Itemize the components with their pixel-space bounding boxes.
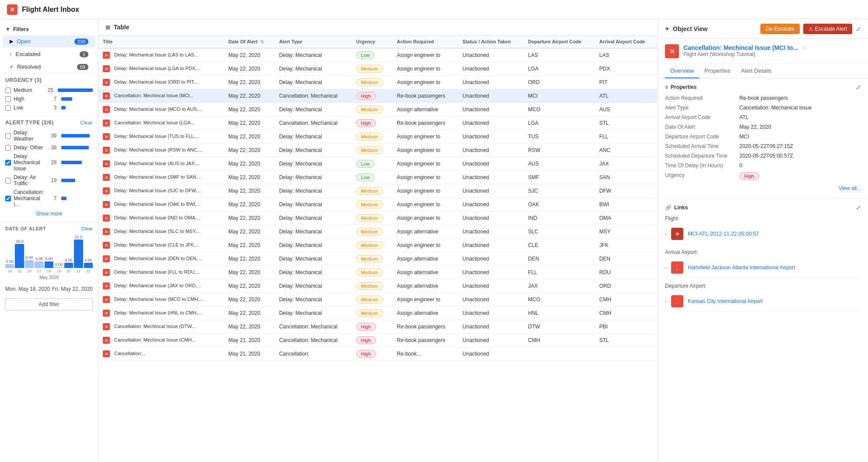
table-row[interactable]: ✕ Delay: Mechanical Issue (DEN to DEN,..…: [98, 252, 658, 266]
cell-status: Unactioned: [458, 157, 524, 171]
alert-type-filter-title: ALERT TYPE (2/6) Clear: [5, 120, 93, 126]
col-dep[interactable]: Departure Airport Code: [524, 35, 595, 48]
alerttype-weather-checkbox[interactable]: [5, 133, 11, 139]
col-date[interactable]: Date Of Alert ⇅: [224, 35, 275, 48]
table-header-row: Title Date Of Alert ⇅ Alert Type Urgency…: [98, 35, 658, 48]
cell-title: ✕ Delay: Mechanical Issue (DEN to DEN,..…: [98, 252, 224, 266]
table-row[interactable]: ✕ Delay: Mechanical Issue (MCO to AUS,..…: [98, 103, 658, 116]
col-arr[interactable]: Arrival Airport Code: [595, 35, 658, 48]
urgency-low-checkbox[interactable]: [5, 105, 11, 111]
filters-header: ▼ Filters: [0, 24, 98, 35]
date-filter-clear[interactable]: Clear: [81, 226, 93, 231]
table-row[interactable]: ✕ Delay: Mechanical Issue (SJC to DFW,..…: [98, 184, 658, 198]
row-error-icon: ✕: [103, 120, 110, 127]
table-row[interactable]: ✕ Delay: Mechanical Issue (SMF to SAN,..…: [98, 171, 658, 184]
alerttype-airtraffic-filter[interactable]: Delay: Air Traffic 19: [5, 173, 93, 188]
tab-overview[interactable]: Overview: [665, 64, 699, 78]
table-row[interactable]: ✕ Delay: Mechanical Issue (FLL to RDU,..…: [98, 266, 658, 279]
col-action[interactable]: Action Required: [392, 35, 458, 48]
col-urgency[interactable]: Urgency: [352, 35, 392, 48]
arrival-airport-link-item[interactable]: › 📍 Hartsfield Jackson Atlanta Internati…: [665, 258, 861, 278]
cell-date: May 22, 2020: [224, 48, 275, 62]
sidebar: ▼ Filters ▶ Open 230 ↑ Escalated 1 ✓ Res…: [0, 19, 98, 462]
table-row[interactable]: ✕ Delay: Mechanical Issue (ORD to PIT,..…: [98, 76, 658, 89]
show-more[interactable]: Show more: [5, 209, 93, 219]
alerttype-cancellation-checkbox[interactable]: [5, 196, 11, 201]
tab-properties[interactable]: Properties: [699, 64, 735, 78]
urgency-medium-filter[interactable]: Medium 25: [5, 86, 93, 95]
sidebar-item-resolved[interactable]: ✓ Resolved 69: [3, 61, 95, 73]
alerttype-airtraffic-checkbox[interactable]: [5, 178, 11, 183]
cell-arr: STL: [595, 334, 658, 347]
row-error-icon: ✕: [103, 350, 110, 357]
table-panel-header: ▦ Table: [98, 19, 658, 35]
alert-type-clear[interactable]: Clear: [80, 120, 93, 125]
links-expand-icon[interactable]: ⤢: [856, 204, 861, 211]
table-row[interactable]: ✕ Cancellation:... May 21, 2020 Cancella…: [98, 347, 658, 361]
cell-alert-type: Delay: Mechanical: [275, 225, 352, 239]
departure-airport-link-item[interactable]: › 📍 Kansas City International Airport: [665, 292, 861, 311]
urgency-medium-checkbox[interactable]: [5, 88, 11, 93]
cell-status: Unactioned: [458, 184, 524, 198]
record-star-icon[interactable]: ☆: [802, 45, 807, 51]
cell-title: ✕ Cancellation: Mechincal Issue (DTW...: [98, 320, 224, 334]
urgency-high-filter[interactable]: High 7: [5, 95, 93, 103]
departure-airport-link-text[interactable]: Kansas City International Airport: [688, 298, 763, 304]
urgency-high-checkbox[interactable]: [5, 96, 11, 102]
view-all-link[interactable]: View all...: [665, 183, 861, 193]
table-row[interactable]: ✕ Delay: Mechanical Issue (RSW to ANC,..…: [98, 144, 658, 157]
cell-dep: ORD: [524, 76, 595, 89]
sidebar-item-escalated-label: Escalated: [16, 51, 41, 57]
sidebar-item-escalated[interactable]: ↑ Escalated 1: [3, 48, 95, 60]
cell-urgency: Medium: [352, 76, 392, 89]
record-title[interactable]: Cancellation: Mechincal Issue (MCI to...: [683, 44, 798, 51]
urgency-low-filter[interactable]: Low 3: [5, 103, 93, 112]
cell-action: Assign alternative: [392, 225, 458, 239]
cell-dep: LAS: [524, 48, 595, 62]
alerttype-other-filter[interactable]: Delay: Other 38: [5, 143, 93, 152]
de-escalate-button[interactable]: De-Escalate: [760, 24, 799, 34]
table-row[interactable]: ✕ Delay: Mechanical Issue (HNL to CMH,..…: [98, 307, 658, 320]
alerttype-cancellation-filter[interactable]: Cancellation: Mechanical I... 7: [5, 188, 93, 209]
col-alert-type[interactable]: Alert Type: [275, 35, 352, 48]
cell-urgency: Medium: [352, 198, 392, 212]
table-row[interactable]: ✕ Cancellation: Mechincal Issue (CMH... …: [98, 334, 658, 347]
table-wrapper[interactable]: Title Date Of Alert ⇅ Alert Type Urgency…: [98, 35, 658, 462]
alerttype-mechanical-filter[interactable]: Delay: Mechanical Issue 28: [5, 152, 93, 173]
alerttype-other-checkbox[interactable]: [5, 145, 11, 151]
table-row[interactable]: ✕ Cancellation: Mechincal Issue (LGA... …: [98, 116, 658, 130]
col-status[interactable]: Status / Action Taken: [458, 35, 524, 48]
table-row[interactable]: ✕ Delay: Mechanical Issue (JAX to ORD,..…: [98, 279, 658, 293]
flight-link-item[interactable]: › ✈ MCI-ATL-2012-11-22 05:00:57: [665, 224, 861, 244]
tab-alert-details[interactable]: Alert Details: [735, 64, 777, 78]
cell-urgency: Low: [352, 48, 392, 62]
alerttype-mechanical-checkbox[interactable]: [5, 160, 11, 166]
sidebar-item-open[interactable]: ▶ Open 230: [3, 35, 95, 47]
table-row[interactable]: ✕ Delay: Mechanical Issue (SLC to MSY,..…: [98, 225, 658, 239]
cell-status: Unactioned: [458, 130, 524, 144]
cell-title: ✕ Delay: Mechanical Issue (IND to OMA,..…: [98, 212, 224, 225]
flight-link-text[interactable]: MCI-ATL-2012-11-22 05:00:57: [688, 231, 759, 237]
cell-action: Re-book passengers: [392, 116, 458, 130]
table-row[interactable]: ✕ Delay: Mechanical Issue (OAK to BWI,..…: [98, 198, 658, 212]
table-row[interactable]: ✕ Delay: Mechanical Issue (LAS to LAS...…: [98, 48, 658, 62]
table-row[interactable]: ✕ Cancellation: Mechincal Issue (MCI... …: [98, 89, 658, 103]
cell-action: Re-book passengers: [392, 89, 458, 103]
add-filter-button[interactable]: Add filter: [5, 298, 93, 310]
table-row[interactable]: ✕ Cancellation: Mechincal Issue (DTW... …: [98, 320, 658, 334]
object-panel: ✈ Object View De-Escalate ⚠ Escalate Ale…: [658, 19, 868, 462]
table-row[interactable]: ✕ Delay: Mechanical Issue (AUS to JAX,..…: [98, 157, 658, 171]
app-title: Flight Alert Inbox: [22, 6, 79, 14]
table-row[interactable]: ✕ Delay: Mechanical Issue (CLE to JFK,..…: [98, 239, 658, 252]
alerttype-weather-filter[interactable]: Delay: Weather 39: [5, 128, 93, 143]
table-row[interactable]: ✕ Delay: Mechanical Issue (LGA to PDX,..…: [98, 62, 658, 76]
arrival-airport-link-text[interactable]: Hartsfield Jackson Atlanta International…: [688, 265, 795, 271]
col-title[interactable]: Title: [98, 35, 224, 48]
table-row[interactable]: ✕ Delay: Mechanical Issue (MCO to CMH,..…: [98, 293, 658, 307]
table-row[interactable]: ✕ Delay: Mechanical Issue (TUS to FLL,..…: [98, 130, 658, 144]
table-row[interactable]: ✕ Delay: Mechanical Issue (IND to OMA,..…: [98, 212, 658, 225]
escalate-button[interactable]: ⚠ Escalate Alert: [803, 24, 852, 34]
properties-expand-icon[interactable]: ⤢: [856, 84, 861, 91]
cell-arr: JFK: [595, 239, 658, 252]
expand-icon[interactable]: ⤢: [856, 25, 861, 32]
